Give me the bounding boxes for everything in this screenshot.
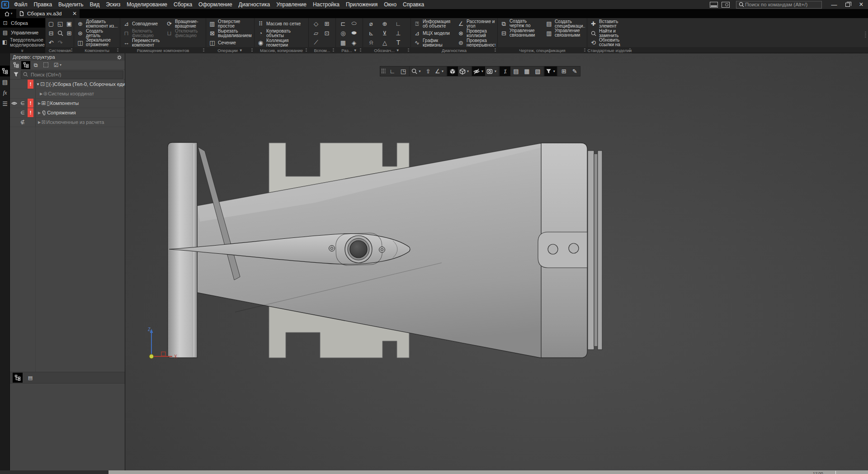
disable-fixation-button[interactable]: ⊔Отключить фиксацию — [164, 28, 205, 38]
manage-linked-drawings-button[interactable]: ⊟Управление связанными ч... — [499, 28, 543, 38]
sketch-cs-button[interactable]: ∟ — [387, 66, 398, 76]
tree-structure-view-button[interactable] — [21, 61, 30, 69]
menu-sketch[interactable]: Эскиз — [103, 0, 123, 9]
group-grip-icon[interactable] — [203, 48, 204, 52]
tree-search-box[interactable] — [21, 71, 123, 79]
dim-linear-icon[interactable]: ⊏ — [339, 19, 348, 28]
aux-lcs-icon[interactable]: ⊡ — [322, 28, 331, 38]
find-replace-button[interactable]: Найти и заменить — [588, 28, 632, 38]
simple-hole-button[interactable]: ▥Отверстие простое — [207, 19, 254, 28]
group-grip-icon[interactable] — [408, 48, 409, 52]
variables-panel-button[interactable]: fx — [0, 87, 10, 98]
menu-management[interactable]: Управление — [273, 0, 310, 9]
menu-applications[interactable]: Приложения — [343, 0, 381, 9]
tree-selection-button[interactable] — [41, 61, 50, 69]
dim-oval-icon[interactable]: ⬭ — [349, 19, 359, 28]
cut-extrude-button[interactable]: ⊠Вырезать выдавливанием — [207, 28, 254, 38]
assembly-3d-model[interactable]: Z X — [125, 53, 868, 470]
tree-relations-button[interactable]: ⧉ — [31, 61, 40, 69]
minimize-button[interactable]: — — [827, 0, 841, 9]
geometry-collection-button[interactable]: ◉Коллекция геометрии — [255, 38, 308, 47]
filter-objects-button[interactable]: ▼ — [544, 66, 557, 76]
grid-array-button[interactable]: ⠿Массив по сетке — [255, 19, 308, 28]
insert-element-button[interactable]: ✚Вставить элемент — [588, 19, 632, 28]
expand-closed-icon[interactable]: ▶ — [38, 101, 41, 105]
include-icon[interactable]: ∈ — [19, 108, 26, 117]
os-taskbar-sliver[interactable]: 12:00 — [0, 470, 868, 474]
notebook-button[interactable]: ▤ — [510, 66, 521, 76]
coincidence-button[interactable]: ⊿Совпадение — [121, 19, 163, 28]
notation-base-icon[interactable]: ⊥ — [394, 28, 403, 38]
tree-ordered-view-button[interactable] — [11, 61, 20, 69]
menu-select[interactable]: Выделить — [55, 0, 86, 9]
menu-assembly[interactable]: Сборка — [170, 0, 195, 9]
exclude-icon[interactable]: ∉ — [19, 118, 26, 127]
menu-diagnostics[interactable]: Диагностика — [236, 0, 274, 9]
copy-objects-button[interactable]: ◔Копировать объекты — [255, 28, 308, 38]
tree-settings-gear-icon[interactable] — [117, 54, 122, 60]
collision-check-button[interactable]: ⊗Проверка коллизий — [456, 28, 497, 38]
tree-row-coordinate-systems[interactable]: ▶ ⊕ Системы координат — [10, 89, 125, 99]
local-cs-button[interactable]: ◳ — [398, 66, 409, 76]
redo-icon[interactable]: ↷ — [56, 38, 65, 47]
notation-datum-icon[interactable]: ⊕ — [380, 19, 389, 28]
tree-search-input[interactable] — [30, 71, 121, 78]
dim-radial-icon[interactable]: ◎ — [339, 28, 348, 38]
collapse-categories-button[interactable]: » — [0, 47, 45, 53]
menu-modeling[interactable]: Моделирование — [123, 0, 170, 9]
rotation-rotation-button[interactable]: ⟳Вращение-вращение — [164, 19, 205, 28]
command-search[interactable] — [736, 1, 822, 9]
layers-panel-button[interactable]: ☰ — [0, 98, 10, 109]
distance-angle-button[interactable]: ∠Расстояние и угол — [456, 19, 497, 28]
add-component-button[interactable]: ⊕Добавить компонент из... — [75, 19, 119, 28]
ribbon-category-management[interactable]: ▤ Управление — [0, 28, 45, 37]
menu-view[interactable]: Вид — [86, 0, 103, 9]
group-grip-icon[interactable] — [360, 48, 361, 52]
home-button[interactable]: ▾ — [0, 9, 16, 18]
include-icon[interactable]: ∈ — [19, 99, 26, 108]
tree-filter-button[interactable] — [11, 71, 21, 79]
dim-angle-icon[interactable]: ⬬ — [349, 28, 359, 38]
aux-axis-icon[interactable]: ◇ — [311, 19, 321, 28]
section-display-button[interactable]: ▼ — [485, 66, 498, 76]
aux-points-icon[interactable]: ⊞ — [322, 19, 331, 28]
group-dropdown-icon[interactable]: ▼ — [396, 48, 400, 52]
open-document-icon[interactable]: ◱ — [56, 19, 65, 28]
toolbar-drag-handle[interactable] — [380, 66, 387, 76]
menu-window[interactable]: Окно — [381, 0, 400, 9]
tree-row-components[interactable]: ∈ ! ▶ ⊞ ▯ Компоненты — [10, 99, 125, 108]
section-button[interactable]: ◫Сечение — [207, 38, 254, 47]
view-axis-button[interactable]: ∠▼ — [434, 66, 446, 76]
menu-file[interactable]: Файл — [11, 0, 31, 9]
notation-check-icon[interactable]: ⊻ — [380, 28, 389, 38]
wireframe-view-button[interactable]: ▼ — [458, 66, 471, 76]
group-grip-icon[interactable] — [117, 48, 118, 52]
create-drawing-button[interactable]: ⧉Создать чертеж по модели — [499, 19, 543, 28]
menu-layout[interactable]: Оформление — [195, 0, 235, 9]
ribbon-category-solid-modeling[interactable]: ◧ Твердотельное моделирование — [0, 37, 45, 47]
aux-spline-icon[interactable]: ⟋ — [311, 38, 321, 47]
create-part-button[interactable]: ⊛Создать деталь — [75, 28, 119, 38]
expand-closed-icon[interactable]: ▶ — [38, 120, 41, 124]
ribbon-overflow-grip[interactable] — [865, 32, 866, 38]
tab-close-icon[interactable]: ✕ — [72, 10, 77, 17]
orientation-button[interactable]: ⇧ — [423, 66, 434, 76]
model-viewport[interactable]: Z X ∟ ◳ ▼ ⇧ ∠▼ ▼ ▼ ▼ ⁒ ▤ ▦ ▧ — [125, 53, 868, 470]
group-grip-icon[interactable] — [584, 48, 585, 52]
manage-linked-specs-button[interactable]: ▥Управление связанными с... — [544, 28, 586, 38]
notation-rough-icon[interactable]: ⌀ — [367, 19, 376, 28]
move-component-button[interactable]: ↔Переместить компонент — [121, 38, 163, 47]
notation-pin-icon[interactable]: ⍾ — [367, 38, 376, 47]
menu-settings[interactable]: Настройка — [310, 0, 343, 9]
mirror-component-button[interactable]: ◫Зеркальное отражение ко... — [75, 38, 119, 47]
tree-row-mates[interactable]: ∈ ! ▶ Сопряжения — [10, 108, 125, 118]
document-tab[interactable]: Сборка хч.a3d ✕ — [16, 9, 80, 18]
mass-properties-button[interactable]: ⊿МЦХ модели — [412, 28, 455, 38]
dim-leaf-icon[interactable]: ◈ — [349, 38, 359, 47]
zoom-button[interactable]: ▼ — [410, 66, 423, 76]
expand-open-icon[interactable]: ▼ — [36, 82, 40, 86]
style-picker-button[interactable]: ✎ — [569, 66, 580, 76]
ribbon-category-assembly[interactable]: ⊡ Сборка — [0, 18, 45, 28]
undo-icon[interactable]: ↶ — [47, 38, 56, 47]
text-tool-icon[interactable]: T — [394, 38, 403, 47]
